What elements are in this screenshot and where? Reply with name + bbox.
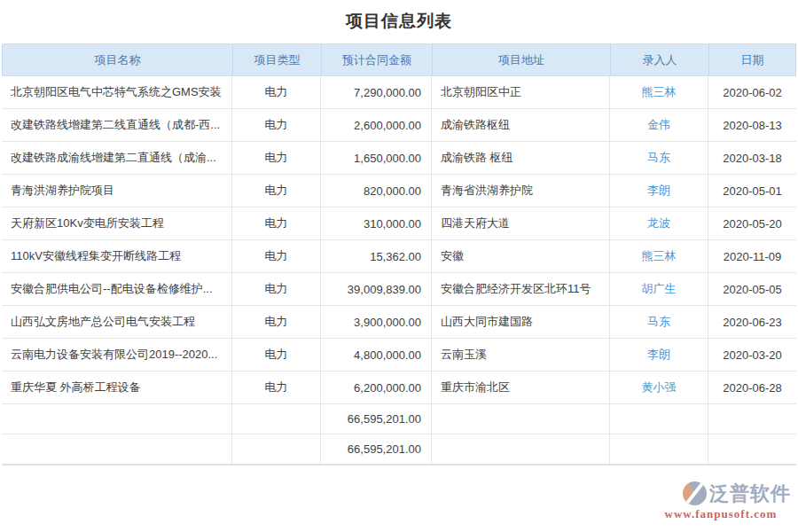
column-header-project-type: 项目类型 (233, 44, 322, 75)
cell-date: 2020-05-01 (708, 175, 796, 207)
total-empty-cell (432, 434, 610, 464)
cell-project-name: 安徽合肥供电公司--配电设备检修维护... (2, 273, 232, 305)
cell-date: 2020-03-20 (708, 339, 796, 371)
table-row[interactable]: 云南电力设备安装有限公司2019--2020... 电力 4,800,000.0… (2, 339, 796, 372)
cell-project-type: 电力 (232, 142, 321, 174)
cell-project-name: 山西弘文房地产总公司电气安装工程 (2, 306, 232, 338)
cell-recorder-link[interactable]: 金伟 (610, 109, 708, 141)
table-row[interactable]: 改建铁路线增建第二线直通线（成都-西... 电力 2,600,000.00 成渝… (2, 109, 796, 142)
subtotal-empty-cell (432, 404, 610, 434)
cell-project-address: 北京朝阳区中正 (432, 76, 610, 108)
table-row[interactable]: 改建铁路成渝线增建第二直通线（成渝... 电力 1,650,000.00 成渝铁… (2, 142, 796, 175)
table-header-row: 项目名称 项目类型 预计合同金额 项目地址 录入人 日期 (2, 44, 796, 76)
total-empty-cell (2, 434, 232, 464)
subtotal-amount: 66,595,201.00 (321, 404, 432, 434)
subtotal-empty-cell (232, 404, 321, 434)
column-header-project-name: 项目名称 (3, 44, 233, 75)
cell-project-name: 北京朝阳区电气中芯特气系统之GMS安装 (2, 76, 232, 108)
cell-contract-amount: 39,009,839.00 (321, 273, 432, 305)
cell-contract-amount: 15,362.00 (321, 240, 432, 272)
cell-project-name: 天府新区10Kv变电所安装工程 (2, 207, 232, 239)
cell-project-name: 110kV安徽线程集变开断线路工程 (2, 240, 232, 272)
column-header-date: 日期 (709, 44, 795, 75)
cell-recorder-link[interactable]: 胡广生 (610, 273, 708, 305)
cell-project-name: 改建铁路线增建第二线直通线（成都-西... (2, 109, 232, 141)
cell-contract-amount: 4,800,000.00 (321, 339, 432, 371)
cell-project-type: 电力 (232, 109, 321, 141)
total-empty-cell (232, 434, 321, 464)
cell-project-address: 四港天府大道 (432, 207, 610, 239)
page: 项目信息列表 项目名称 项目类型 预计合同金额 项目地址 录入人 日期 北京朝阳… (0, 0, 798, 532)
cell-contract-amount: 3,900,000.00 (321, 306, 432, 338)
cell-project-address: 安徽 (432, 240, 610, 272)
cell-recorder-link[interactable]: 熊三林 (610, 76, 708, 108)
cell-project-address: 成渝铁路 枢纽 (432, 142, 610, 174)
cell-project-type: 电力 (232, 273, 321, 305)
cell-recorder-link[interactable]: 李朗 (610, 175, 708, 207)
table-row[interactable]: 安徽合肥供电公司--配电设备检修维护... 电力 39,009,839.00 安… (2, 273, 796, 306)
cell-contract-amount: 7,290,000.00 (321, 76, 432, 108)
cell-recorder-link[interactable]: 熊三林 (610, 240, 708, 272)
cell-project-type: 电力 (232, 339, 321, 371)
cell-date: 2020-05-05 (708, 273, 796, 305)
cell-contract-amount: 2,600,000.00 (321, 109, 432, 141)
column-header-contract-amount: 预计合同金额 (322, 44, 433, 75)
cell-project-address: 重庆市渝北区 (432, 372, 610, 403)
cell-project-type: 电力 (232, 76, 321, 108)
fanpu-software-logo[interactable]: 泛普软件 www.fanpusoft.com (651, 481, 791, 521)
table-row[interactable]: 天府新区10Kv变电所安装工程 电力 310,000.00 四港天府大道 龙波 … (2, 207, 796, 240)
cell-project-name: 改建铁路成渝线增建第二直通线（成渝... (2, 142, 232, 174)
cell-contract-amount: 6,200,000.00 (321, 372, 432, 403)
cell-date: 2020-03-18 (708, 142, 796, 174)
subtotal-empty-cell (708, 404, 796, 434)
fanpu-logo-icon (683, 481, 707, 505)
cell-project-address: 山西大同市建国路 (432, 306, 610, 338)
cell-project-address: 云南玉溪 (432, 339, 610, 371)
cell-recorder-link[interactable]: 马东 (610, 306, 708, 338)
cell-project-name: 重庆华夏 外高桥工程设备 (2, 372, 232, 403)
cell-date: 2020-06-02 (708, 76, 796, 108)
cell-date: 2020-06-23 (708, 306, 796, 338)
cell-contract-amount: 820,000.00 (321, 175, 432, 207)
subtotal-empty-cell (2, 404, 232, 434)
cell-date: 2020-08-13 (708, 109, 796, 141)
total-empty-cell (610, 434, 708, 464)
cell-project-name: 青海洪湖养护院项目 (2, 175, 232, 207)
cell-contract-amount: 310,000.00 (321, 207, 432, 239)
cell-project-type: 电力 (232, 175, 321, 207)
cell-recorder-link[interactable]: 李朗 (610, 339, 708, 371)
fanpu-brand-text: 泛普软件 (709, 484, 791, 504)
cell-contract-amount: 1,650,000.00 (321, 142, 432, 174)
cell-project-type: 电力 (232, 240, 321, 272)
cell-recorder-link[interactable]: 黄小强 (610, 372, 708, 403)
project-info-table: 项目名称 项目类型 预计合同金额 项目地址 录入人 日期 北京朝阳区电气中芯特气… (2, 43, 796, 466)
grand-total-amount: 66,595,201.00 (321, 434, 432, 464)
subtotal-empty-cell (610, 404, 708, 434)
grand-total-row: 66,595,201.00 (2, 434, 796, 465)
subtotal-row: 66,595,201.00 (2, 404, 796, 434)
fanpu-website-url: www.fanpusoft.com (651, 507, 791, 521)
column-header-recorder: 录入人 (611, 44, 709, 75)
cell-project-name: 云南电力设备安装有限公司2019--2020... (2, 339, 232, 371)
cell-date: 2020-06-28 (708, 372, 796, 403)
column-header-project-address: 项目地址 (433, 44, 611, 75)
cell-project-address: 成渝铁路枢纽 (432, 109, 610, 141)
total-empty-cell (708, 434, 796, 464)
table-row[interactable]: 青海洪湖养护院项目 电力 820,000.00 青海省洪湖养护院 李朗 2020… (2, 175, 796, 207)
cell-project-type: 电力 (232, 207, 321, 239)
cell-recorder-link[interactable]: 龙波 (610, 207, 708, 239)
cell-project-type: 电力 (232, 372, 321, 403)
cell-recorder-link[interactable]: 马东 (610, 142, 708, 174)
cell-project-address: 青海省洪湖养护院 (432, 175, 610, 207)
table-row[interactable]: 北京朝阳区电气中芯特气系统之GMS安装 电力 7,290,000.00 北京朝阳… (2, 76, 796, 109)
table-row[interactable]: 110kV安徽线程集变开断线路工程 电力 15,362.00 安徽 熊三林 20… (2, 240, 796, 273)
cell-date: 2020-05-20 (708, 207, 796, 239)
table-row[interactable]: 重庆华夏 外高桥工程设备 电力 6,200,000.00 重庆市渝北区 黄小强 … (2, 372, 796, 404)
cell-date: 2020-11-09 (708, 240, 796, 272)
table-row[interactable]: 山西弘文房地产总公司电气安装工程 电力 3,900,000.00 山西大同市建国… (2, 306, 796, 339)
cell-project-type: 电力 (232, 306, 321, 338)
page-title: 项目信息列表 (2, 0, 796, 43)
cell-project-address: 安徽合肥经济开发区北环11号 (432, 273, 610, 305)
table-body: 北京朝阳区电气中芯特气系统之GMS安装 电力 7,290,000.00 北京朝阳… (2, 76, 796, 404)
